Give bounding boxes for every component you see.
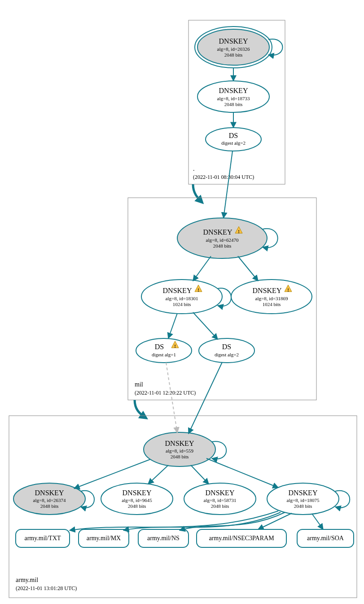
edge-k4-ns <box>180 512 285 530</box>
edge-mil-ksk-zsk1 <box>193 256 211 281</box>
edge-army-ksk-k3 <box>191 465 209 484</box>
svg-text:army.mil/NS: army.mil/NS <box>147 535 180 542</box>
node-root-ds: DS digest alg=2 <box>206 128 261 151</box>
svg-text:DNSKEY: DNSKEY <box>219 87 248 94</box>
edge-mil-ds1-to-army-ksk <box>166 363 177 433</box>
zone-mil-label: mil <box>135 381 143 388</box>
node-record-nsec3: army.mil/NSEC3PARAM <box>197 529 286 547</box>
svg-text:2048 bits: 2048 bits <box>211 503 229 509</box>
edge-mil-ksk-zsk2 <box>238 256 258 281</box>
dnssec-graph: . (2022-11-01 08:30:04 UTC) DNSKEY alg=8… <box>0 0 364 604</box>
zone-root-timestamp: (2022-11-01 08:30:04 UTC) <box>193 174 254 180</box>
node-mil-zsk1: DNSKEY ! alg=8, id=18301 1024 bits <box>141 280 222 314</box>
svg-text:DNSKEY: DNSKEY <box>289 489 318 497</box>
zone-root: . (2022-11-01 08:30:04 UTC) DNSKEY alg=8… <box>189 20 285 184</box>
svg-text:alg=8, id=9645: alg=8, id=9645 <box>122 497 152 503</box>
edge-mil-to-army-deleg <box>135 400 146 418</box>
svg-text:2048 bits: 2048 bits <box>171 454 189 459</box>
svg-text:!: ! <box>287 287 289 293</box>
svg-text:2048 bits: 2048 bits <box>294 503 312 509</box>
node-army-k2: DNSKEY alg=8, id=9645 2048 bits <box>101 483 173 515</box>
svg-text:army.mil/NSEC3PARAM: army.mil/NSEC3PARAM <box>209 535 274 542</box>
node-mil-zsk2: DNSKEY ! alg=8, id=31869 1024 bits <box>231 280 312 314</box>
node-record-ns: army.mil/NS <box>138 529 189 547</box>
node-army-ksk: DNSKEY alg=8, id=559 2048 bits <box>144 432 215 466</box>
edge-root-to-mil-deleg <box>193 184 202 202</box>
edge-mil-zsk1-ds2 <box>193 312 218 339</box>
zone-army-label: army.mil <box>16 577 38 583</box>
svg-text:digest alg=1: digest alg=1 <box>152 352 176 357</box>
svg-text:alg=8, id=18075: alg=8, id=18075 <box>287 497 320 503</box>
node-mil-ksk: DNSKEY ! alg=8, id=62470 2048 bits <box>177 218 267 258</box>
svg-text:alg=8, id=26374: alg=8, id=26374 <box>33 497 66 503</box>
svg-text:digest alg=2: digest alg=2 <box>215 352 239 357</box>
node-mil-ds1: DS ! digest alg=1 <box>136 338 192 363</box>
node-record-mx: army.mil/MX <box>79 529 129 547</box>
svg-text:alg=8, id=559: alg=8, id=559 <box>166 448 193 453</box>
svg-text:army.mil/MX: army.mil/MX <box>87 535 121 542</box>
edge-k4-soa <box>312 514 323 529</box>
svg-point-32 <box>136 338 192 363</box>
svg-text:2048 bits: 2048 bits <box>224 102 243 107</box>
node-record-soa: army.mil/SOA <box>297 529 354 547</box>
svg-text:1024 bits: 1024 bits <box>263 302 281 307</box>
svg-text:DNSKEY: DNSKEY <box>163 287 192 294</box>
svg-text:2048 bits: 2048 bits <box>224 52 243 58</box>
edge-army-ksk-k2 <box>148 465 168 484</box>
svg-text:DNSKEY: DNSKEY <box>219 37 248 45</box>
edge-mil-zsk1-ds1 <box>168 313 177 338</box>
svg-text:!: ! <box>174 343 176 349</box>
svg-text:2048 bits: 2048 bits <box>40 503 59 509</box>
edge-mil-ds2-to-army-ksk <box>189 362 222 434</box>
node-army-k1: DNSKEY alg=8, id=26374 2048 bits <box>13 483 85 515</box>
svg-text:alg=8, id=18301: alg=8, id=18301 <box>166 296 198 301</box>
zone-army: army.mil (2022-11-01 13:01:28 UTC) DNSKE… <box>9 362 357 598</box>
node-root-zsk: DNSKEY alg=8, id=18733 2048 bits <box>197 81 269 112</box>
svg-text:alg=8, id=58731: alg=8, id=58731 <box>204 497 237 503</box>
svg-text:digest alg=2: digest alg=2 <box>221 140 246 146</box>
svg-point-37 <box>199 338 254 363</box>
svg-text:DNSKEY: DNSKEY <box>35 489 64 497</box>
svg-text:alg=8, id=62470: alg=8, id=62470 <box>206 237 239 243</box>
svg-text:DNSKEY: DNSKEY <box>206 489 235 497</box>
svg-text:DS: DS <box>222 343 231 351</box>
svg-text:army.mil/SOA: army.mil/SOA <box>307 535 344 542</box>
svg-text:alg=8, id=20326: alg=8, id=20326 <box>217 46 250 52</box>
zone-army-timestamp: (2022-11-01 13:01:28 UTC) <box>16 585 77 591</box>
zone-mil-timestamp: (2022-11-01 12:20:22 UTC) <box>135 390 196 396</box>
zone-root-label: . <box>193 165 195 172</box>
node-root-ksk: DNSKEY alg=8, id=20326 2048 bits <box>195 27 272 68</box>
svg-text:DS: DS <box>229 132 238 139</box>
svg-text:2048 bits: 2048 bits <box>128 503 146 509</box>
svg-text:!: ! <box>238 229 240 234</box>
node-record-txt: army.mil/TXT <box>16 529 70 547</box>
svg-text:alg=8, id=31869: alg=8, id=31869 <box>255 296 288 301</box>
edge-k4-mx <box>123 512 281 530</box>
node-mil-ds2: DS digest alg=2 <box>199 338 254 363</box>
svg-text:DS: DS <box>155 343 164 351</box>
svg-text:DNSKEY: DNSKEY <box>123 489 152 497</box>
svg-text:alg=8, id=18733: alg=8, id=18733 <box>217 96 250 101</box>
svg-text:2048 bits: 2048 bits <box>213 243 232 249</box>
svg-text:1024 bits: 1024 bits <box>173 302 191 307</box>
svg-text:DNSKEY: DNSKEY <box>165 440 194 447</box>
svg-text:army.mil/TXT: army.mil/TXT <box>24 535 61 542</box>
svg-text:!: ! <box>197 287 199 293</box>
svg-text:DNSKEY: DNSKEY <box>253 287 282 294</box>
svg-text:DNSKEY: DNSKEY <box>203 228 232 236</box>
node-army-k3: DNSKEY alg=8, id=58731 2048 bits <box>184 483 256 515</box>
